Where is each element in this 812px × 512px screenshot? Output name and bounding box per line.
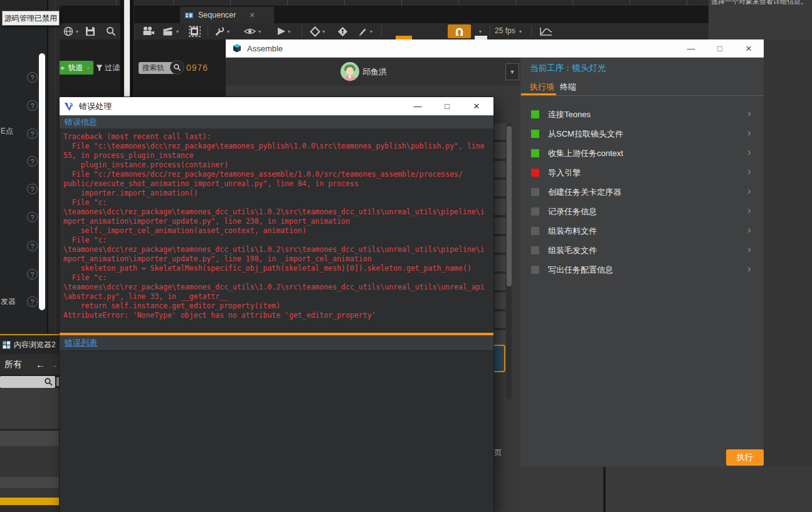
task-row[interactable]: 创建任务关卡定序器› <box>520 182 764 202</box>
panel-edge-strip <box>48 0 60 334</box>
traceback-text: Traceback (most recent call last): File … <box>60 128 493 324</box>
tab-terminal[interactable]: 终端 <box>560 81 576 93</box>
clapperboard-button[interactable]: ▾ <box>162 25 179 38</box>
eye-button[interactable]: ▾ <box>243 25 261 38</box>
content-row[interactable] <box>0 488 60 498</box>
fps-selector[interactable]: 25 fps ▾ <box>495 26 522 35</box>
task-row[interactable]: 导入引擎› <box>520 163 764 182</box>
task-status-square <box>531 130 539 138</box>
key-diamond-button[interactable] <box>337 25 348 38</box>
task-row[interactable]: 组装布料文件› <box>520 221 764 241</box>
selected-item-partial[interactable] <box>492 345 505 372</box>
top-menu-strip <box>60 0 709 6</box>
content-row[interactable] <box>0 477 60 488</box>
task-row[interactable]: 连接Teones› <box>520 105 764 124</box>
error-dialog: 错误处理 — □ ✕ 错误信息 Traceback (most recent c… <box>60 97 493 512</box>
details-panel: 选择一个对象来查看详细信息。 <box>709 0 812 39</box>
minimize-button[interactable]: — <box>405 97 430 115</box>
chevron-right-icon[interactable]: › <box>747 165 751 178</box>
close-icon[interactable]: ✕ <box>249 11 255 19</box>
help-icon[interactable]: ? <box>27 184 38 194</box>
content-row[interactable] <box>0 446 60 477</box>
chevron-right-icon[interactable]: › <box>747 224 751 236</box>
help-icon[interactable]: ? <box>27 72 38 83</box>
task-label: 从SCM拉取镜头文件 <box>548 128 623 140</box>
chevron-down-icon: ▾ <box>227 29 229 34</box>
help-icon[interactable]: ? <box>27 296 38 307</box>
task-row[interactable]: 记录任务信息› <box>520 202 764 221</box>
keyframe-diamond-button[interactable]: ▾ <box>310 25 325 38</box>
user-dropdown[interactable]: ▼ <box>505 63 519 80</box>
toolbar-separator <box>531 26 532 36</box>
camera-button[interactable] <box>142 25 156 38</box>
details-hint-text: 选择一个对象来查看详细信息。 <box>711 0 808 6</box>
source-control-tooltip: 源码管理已禁用 <box>2 11 60 26</box>
page-label-fragment: 页 <box>494 447 502 458</box>
task-row[interactable]: 组装毛发文件› <box>520 241 764 260</box>
back-arrow-icon[interactable]: ← <box>36 359 45 370</box>
render-movie-button[interactable] <box>189 25 201 38</box>
chevron-right-icon[interactable]: › <box>747 204 751 217</box>
forward-arrow-icon[interactable]: → <box>49 359 58 370</box>
help-icon[interactable]: ? <box>27 212 38 222</box>
traceback-area: Traceback (most recent call last): File … <box>60 128 493 333</box>
close-button[interactable]: ✕ <box>464 97 489 115</box>
world-globe-button[interactable]: ▾ <box>63 25 78 38</box>
snap-magnet-button[interactable] <box>448 24 471 38</box>
task-row[interactable]: 收集上游任务context› <box>520 144 764 163</box>
chevron-right-icon[interactable]: › <box>747 185 751 197</box>
error-dialog-title-bar[interactable]: 错误处理 — □ ✕ <box>60 97 493 115</box>
task-status-square <box>531 149 539 157</box>
chevron-right-icon[interactable]: › <box>747 107 751 120</box>
chevron-right-icon[interactable]: › <box>747 146 751 159</box>
content-browser-icon <box>3 341 11 349</box>
search-icon[interactable] <box>105 25 117 38</box>
chevron-down-icon: ▾ <box>258 29 261 34</box>
tab-content-browser[interactable]: 内容浏览器2 <box>0 335 60 354</box>
help-icon[interactable]: ? <box>27 128 38 139</box>
tab-sequencer[interactable]: Sequencer ✕ <box>180 7 274 23</box>
curve-editor-button[interactable] <box>539 25 554 38</box>
chevron-right-icon[interactable]: › <box>747 243 751 256</box>
content-row <box>0 505 60 512</box>
pen-button[interactable]: ▾ <box>357 25 372 38</box>
close-button[interactable]: ✕ <box>738 39 759 58</box>
add-track-button[interactable]: ＋ 轨道 ▾ <box>55 61 93 75</box>
task-row[interactable]: 写出任务配置信息› <box>520 260 764 280</box>
assemble-title-bar[interactable]: Assemble — □ ✕ <box>226 39 764 58</box>
save-button[interactable] <box>85 25 96 38</box>
chevron-down-icon: ▾ <box>519 29 522 34</box>
help-icon[interactable]: ? <box>27 269 38 280</box>
selected-row-highlight[interactable] <box>0 498 60 505</box>
fps-label: 25 fps <box>495 26 515 35</box>
scrollbar-thumb[interactable] <box>39 53 45 310</box>
chevron-right-icon[interactable]: › <box>747 127 751 139</box>
panel-divider <box>55 0 56 334</box>
execute-button[interactable]: 执行 <box>726 449 764 466</box>
panel-divider <box>603 467 606 512</box>
play-button[interactable]: ▾ <box>277 25 290 38</box>
maximize-button[interactable]: □ <box>709 39 730 58</box>
sequencer-toolbar: ▾ ▾ ▾ ▾ ▾ <box>60 23 709 39</box>
task-status-square <box>531 266 539 274</box>
content-search-input[interactable] <box>0 376 55 388</box>
task-row[interactable]: 从SCM拉取镜头文件› <box>520 124 764 144</box>
chevron-right-icon[interactable]: › <box>747 263 751 275</box>
user-name: 邱鱼洪 <box>362 66 387 78</box>
maximize-button[interactable]: □ <box>435 97 460 115</box>
task-status-square <box>531 207 539 216</box>
help-icon[interactable]: ? <box>27 100 38 111</box>
all-filter-label[interactable]: 所有 <box>4 359 22 370</box>
scrollbar-thumb[interactable] <box>507 126 512 286</box>
content-row[interactable] <box>0 431 60 446</box>
chevron-down-icon: ▼ <box>510 69 515 75</box>
help-icon[interactable]: ? <box>27 156 38 167</box>
track-search-button[interactable] <box>170 60 184 75</box>
sequencer-tab-icon <box>184 11 194 20</box>
chevron-down-icon: ▾ <box>288 29 290 34</box>
minimize-button[interactable]: — <box>680 39 702 58</box>
wrench-button[interactable]: ▾ <box>214 25 229 38</box>
tab-execution-items[interactable]: 执行项 <box>530 81 554 93</box>
task-status-square <box>531 227 539 235</box>
help-icon[interactable]: ? <box>27 241 38 251</box>
